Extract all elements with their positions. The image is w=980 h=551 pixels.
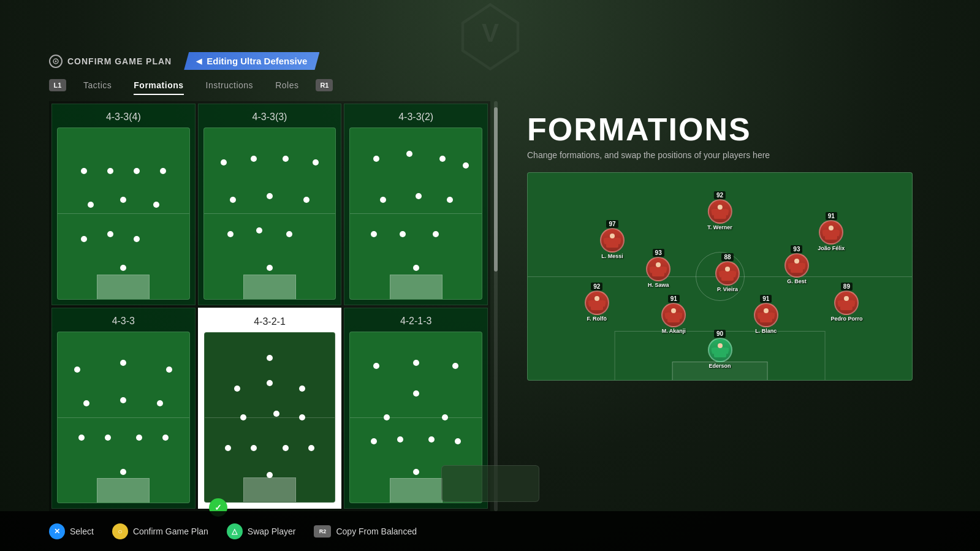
triangle-button-icon: △ (227, 523, 243, 539)
tab-roles[interactable]: Roles (264, 78, 310, 93)
player-rating: 92 (591, 283, 602, 291)
player-avatar (784, 253, 809, 278)
editing-label: Editing Ultra Defensive (207, 56, 307, 66)
player-avatar (646, 257, 670, 281)
formation-card-4-3-2-1[interactable]: 4-3-2-1 ✓ (198, 308, 342, 509)
player-rating: 93 (791, 245, 802, 253)
formation-card-4-3-3-3[interactable]: 4-3-3(3) (198, 104, 342, 305)
player-avatar (754, 303, 778, 327)
player-avatar (585, 291, 609, 315)
player-m-akanji[interactable]: 91 M. Akanji (661, 294, 686, 334)
player-name: H. Sawa (648, 282, 669, 288)
player-g-best[interactable]: 93 G. Best (784, 244, 809, 284)
formation-card-4-3-3-4[interactable]: 4-3-3(4) (51, 104, 196, 305)
action-select[interactable]: ✕ Select (49, 523, 94, 539)
top-bar: CONFIRM GAME PLAN ◀ Editing Ultra Defens… (49, 52, 931, 70)
player-rating: 91 (760, 295, 772, 303)
player-pedro-porro[interactable]: 89 Pedro Porro (830, 281, 862, 322)
circle-button-icon (49, 55, 63, 68)
r2-button-icon: R2 (314, 525, 331, 538)
r1-badge[interactable]: R1 (316, 79, 333, 91)
svg-point-15 (829, 226, 834, 230)
action-copy[interactable]: R2 Copy From Balanced (314, 525, 417, 538)
player-joao-felix[interactable]: 91 João Félix (818, 211, 845, 251)
svg-point-43 (844, 296, 849, 301)
formation-card-4-3-3-2[interactable]: 4-3-3(2) (344, 104, 488, 305)
player-name: P. Vieira (717, 286, 738, 292)
player-name: F. Rolfö (587, 316, 607, 322)
player-ederson[interactable]: 90 Ederson (708, 329, 732, 369)
formation-name: 4-3-2-1 (254, 316, 286, 327)
player-avatar (600, 228, 625, 253)
confirm-game-plan-btn[interactable]: CONFIRM GAME PLAN (49, 55, 172, 68)
player-l-blanc[interactable]: 91 L. Blanc (754, 294, 778, 334)
formation-name: 4-2-1-3 (400, 316, 432, 327)
svg-point-35 (671, 308, 676, 313)
tab-tactics[interactable]: Tactics (72, 78, 123, 93)
player-avatar (715, 261, 740, 286)
arrow-icon: ◀ (196, 57, 202, 66)
action-swap[interactable]: △ Swap Player (227, 523, 296, 539)
bottom-bar: ✕ Select ○ Confirm Game Plan △ Swap Play… (0, 511, 980, 551)
formation-name: 4-3-3(2) (398, 112, 433, 123)
scrollbar-thumb (494, 107, 498, 272)
player-l-messi[interactable]: 97 L. Messi (600, 219, 625, 259)
tab-instructions[interactable]: Instructions (195, 78, 265, 93)
svg-point-31 (594, 296, 599, 301)
player-rating: 88 (721, 253, 733, 261)
formations-description: Change formations, and swap the position… (527, 150, 913, 160)
select-label: Select (70, 526, 94, 536)
player-p-vieira[interactable]: 88 P. Vieira (715, 252, 740, 292)
player-f-rolfo[interactable]: 92 F. Rolfö (585, 281, 609, 322)
player-rating: 89 (841, 283, 853, 291)
player-name: M. Akanji (662, 328, 686, 334)
formation-name: 4-3-3(3) (253, 112, 287, 123)
l1-badge[interactable]: L1 (49, 79, 66, 91)
player-rating: 91 (826, 212, 837, 220)
player-h-sawa[interactable]: 93 H. Sawa (646, 248, 670, 288)
swap-label: Swap Player (248, 526, 296, 536)
svg-point-3 (55, 60, 57, 62)
player-rating: 90 (714, 330, 726, 338)
svg-text:V: V (481, 18, 498, 47)
player-name: G. Best (787, 278, 807, 284)
tab-formations[interactable]: Formations (123, 78, 194, 93)
svg-point-27 (794, 259, 799, 264)
copy-label: Copy From Balanced (336, 526, 417, 536)
player-avatar (707, 199, 732, 224)
player-name: João Félix (818, 245, 845, 251)
player-name: T. Werner (707, 224, 732, 230)
o-button-icon: ○ (112, 523, 128, 539)
formation-name: 4-3-3(4) (106, 112, 141, 123)
action-confirm[interactable]: ○ Confirm Game Plan (112, 523, 208, 539)
confirm-label: CONFIRM GAME PLAN (67, 56, 172, 66)
formations-title: FORMATIONS (527, 113, 913, 145)
svg-point-23 (725, 267, 730, 272)
svg-point-47 (718, 343, 723, 348)
mini-field (57, 332, 190, 504)
player-avatar-gk (708, 338, 732, 362)
main-content: 4-3-3(4) 4-3-3(3) (49, 101, 931, 511)
svg-point-19 (656, 262, 661, 267)
player-name: L. Blanc (755, 328, 777, 334)
x-button-icon: ✕ (49, 523, 65, 539)
mini-field-selected (204, 332, 336, 503)
nav-tabs: L1 Tactics Formations Instructions Roles… (49, 78, 339, 93)
svg-point-7 (717, 205, 722, 210)
player-rating: 97 (606, 220, 618, 228)
player-rating: 92 (714, 191, 726, 199)
player-avatar (819, 220, 843, 245)
player-rating: 91 (668, 295, 680, 303)
player-avatar (661, 303, 686, 327)
player-name: L. Messi (601, 253, 623, 259)
field-display: 92 T. Werner 97 (527, 172, 913, 381)
scrollbar[interactable] (494, 101, 498, 511)
confirm-label: Confirm Game Plan (133, 526, 208, 536)
player-rating: 93 (653, 249, 664, 257)
mini-field (203, 127, 336, 300)
formation-card-4-3-3[interactable]: 4-3-3 (51, 308, 196, 509)
right-panel: FORMATIONS Change formations, and swap t… (509, 101, 931, 511)
mini-field (57, 127, 190, 300)
player-t-werner[interactable]: 92 T. Werner (707, 190, 732, 230)
player-name: Ederson (708, 363, 731, 369)
